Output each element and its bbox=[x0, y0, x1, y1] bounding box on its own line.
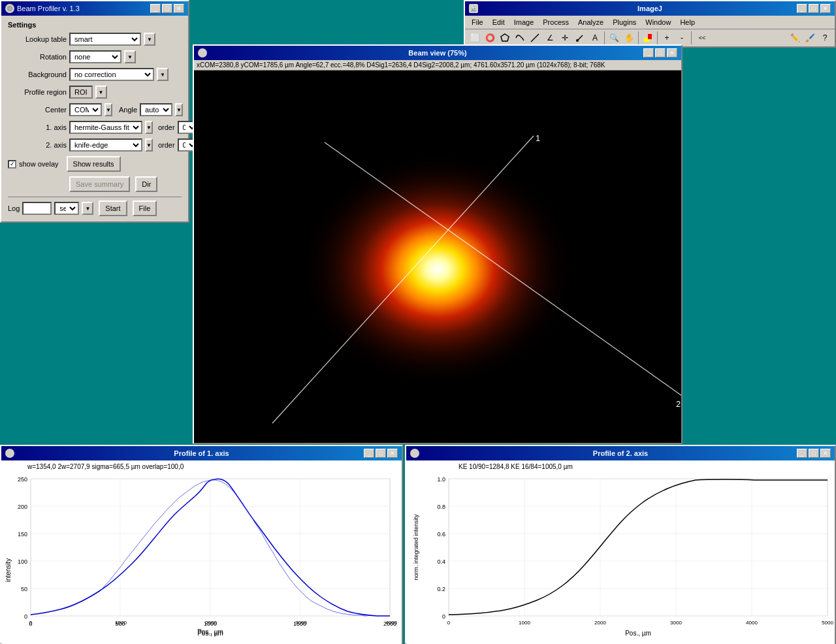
lookup-table-arrow[interactable]: ▼ bbox=[144, 33, 155, 46]
center-arrow[interactable]: ▼ bbox=[104, 103, 112, 116]
freehand-select-tool[interactable] bbox=[513, 31, 527, 45]
svg-text:0.8: 0.8 bbox=[437, 504, 445, 510]
profile1-minimize-btn[interactable]: _ bbox=[364, 449, 374, 458]
background-select[interactable]: no correction auto manual bbox=[69, 68, 154, 81]
svg-text:50: 50 bbox=[21, 586, 27, 592]
save-summary-button[interactable]: Save summary bbox=[69, 176, 130, 192]
lookup-table-select[interactable]: smart fire rainbow grays bbox=[69, 33, 141, 46]
toolbar-sep4 bbox=[691, 31, 692, 44]
profile2-close-btn[interactable]: ✕ bbox=[820, 449, 831, 458]
oval-select-tool[interactable]: ⭕ bbox=[483, 31, 497, 45]
axis1-select[interactable]: hermite-Gauss fit Gaussian fit knife-edg… bbox=[69, 121, 142, 134]
profile2-chart-area: KE 10/90=1284,8 KE 16/84=1005,0 µm norm.… bbox=[406, 460, 835, 644]
polygon-select-tool[interactable] bbox=[498, 31, 512, 45]
profile2-minimize-btn[interactable]: _ bbox=[797, 449, 807, 458]
imagej-title: ImageJ bbox=[637, 5, 662, 12]
edit-pencil-icon[interactable]: ✏️ bbox=[788, 31, 802, 45]
profile2-chart: norm. integrated intensity 0 0.2 0.4 0.6… bbox=[406, 472, 835, 644]
svg-text:Pos., µm: Pos., µm bbox=[625, 630, 651, 637]
rotation-label: Rotation bbox=[8, 53, 67, 61]
angle-tool[interactable]: ∠ bbox=[543, 31, 557, 45]
rotation-arrow[interactable]: ▼ bbox=[124, 50, 136, 63]
angle-select[interactable]: auto 0° 45° 90° bbox=[140, 103, 172, 116]
beam-maximize-btn[interactable]: □ bbox=[655, 48, 666, 57]
svg-text:5000: 5000 bbox=[822, 620, 833, 626]
menu-analyze[interactable]: Analyze bbox=[574, 17, 607, 27]
previous-image-btn[interactable]: << bbox=[694, 31, 711, 45]
center-select[interactable]: COM peak manual bbox=[69, 103, 102, 116]
toolbar-sep1 bbox=[604, 31, 605, 44]
background-label: Background bbox=[8, 71, 67, 78]
log-row: Log sec min ▼ Start File bbox=[8, 201, 182, 216]
axis2-select[interactable]: knife-edge Gaussian fit hermite-Gauss fi… bbox=[69, 138, 142, 152]
svg-text:0: 0 bbox=[24, 613, 27, 620]
show-overlay-checkbox[interactable]: ✓ bbox=[8, 160, 16, 169]
svg-text:0.2: 0.2 bbox=[437, 586, 445, 592]
imagej-close-btn[interactable]: ✕ bbox=[820, 4, 831, 13]
line-tool[interactable] bbox=[528, 31, 542, 45]
svg-text:2000: 2000 bbox=[594, 620, 606, 626]
profile1-controls: _ □ ✕ bbox=[364, 449, 398, 458]
question-icon[interactable]: ? bbox=[818, 31, 832, 45]
log-unit-select[interactable]: sec min bbox=[54, 202, 79, 215]
menu-help[interactable]: Help bbox=[676, 17, 699, 27]
menu-process[interactable]: Process bbox=[539, 17, 573, 27]
axis1-row: 1. axis hermite-Gauss fit Gaussian fit k… bbox=[8, 121, 182, 134]
color-picker-tool[interactable] bbox=[641, 31, 655, 45]
paintbrush-icon[interactable]: 🖌️ bbox=[803, 31, 817, 45]
settings-panel: Beam Profiler v. 1.3 _ □ ✕ Settings Look… bbox=[0, 0, 189, 223]
beam-close-btn[interactable]: ✕ bbox=[667, 48, 677, 57]
dir-button[interactable]: Dir bbox=[135, 176, 157, 192]
profile-region-row: Profile region ROI ▼ bbox=[8, 86, 182, 99]
svg-text:200: 200 bbox=[18, 504, 27, 510]
beam-title-controls: _ □ ✕ bbox=[643, 48, 677, 57]
imagej-minimize-btn[interactable]: _ bbox=[797, 4, 807, 13]
close-btn[interactable]: ✕ bbox=[174, 4, 184, 13]
profile-region-arrow[interactable]: ▼ bbox=[95, 86, 107, 99]
angle-arrow[interactable]: ▼ bbox=[175, 103, 183, 116]
imagej-maximize-btn[interactable]: □ bbox=[809, 4, 819, 13]
file-button[interactable]: File bbox=[133, 201, 157, 216]
rect-select-tool[interactable]: ⬜ bbox=[468, 31, 482, 45]
zoom-out-btn[interactable]: - bbox=[675, 31, 689, 45]
profile-region-label: Profile region bbox=[8, 88, 67, 96]
menu-file[interactable]: File bbox=[468, 17, 487, 27]
menu-edit[interactable]: Edit bbox=[489, 17, 509, 27]
center-angle-row: Center COM peak manual ▼ Angle auto 0° 4… bbox=[8, 103, 182, 116]
background-arrow[interactable]: ▼ bbox=[157, 68, 169, 81]
overlay-row: ✓ show ovelay Show results bbox=[8, 156, 182, 172]
profile1-restore-btn[interactable]: □ bbox=[376, 449, 386, 458]
axis1-label: 1. axis bbox=[8, 123, 67, 131]
text-tool[interactable]: A bbox=[588, 31, 602, 45]
imagej-app-icon: 🔬 bbox=[469, 4, 478, 13]
svg-point-6 bbox=[261, 113, 614, 413]
imagej-titlebar: 🔬 ImageJ _ □ ✕ bbox=[465, 1, 835, 16]
log-unit-arrow[interactable]: ▼ bbox=[82, 202, 93, 215]
beam-minimize-btn[interactable]: _ bbox=[643, 48, 654, 57]
wand-tool[interactable] bbox=[573, 31, 587, 45]
beam-titlebar: Beam view (75%) _ □ ✕ bbox=[194, 46, 681, 60]
minimize-btn[interactable]: _ bbox=[150, 4, 161, 13]
profile1-panel: Profile of 1. axis _ □ ✕ w=1354,0 2w=270… bbox=[0, 445, 403, 644]
zoom-in-btn[interactable]: + bbox=[660, 31, 674, 45]
log-input[interactable] bbox=[22, 202, 52, 215]
svg-text:4000: 4000 bbox=[746, 620, 758, 626]
show-overlay-checkbox-group: ✓ show ovelay bbox=[8, 160, 59, 169]
point-tool[interactable]: ✛ bbox=[558, 31, 572, 45]
show-results-button[interactable]: Show results bbox=[67, 156, 121, 172]
profile1-close-btn[interactable]: ✕ bbox=[387, 449, 398, 458]
axis2-arrow[interactable]: ▼ bbox=[145, 138, 153, 152]
profile2-restore-btn[interactable]: □ bbox=[809, 449, 819, 458]
svg-text:0: 0 bbox=[29, 620, 33, 626]
menu-image[interactable]: Image bbox=[510, 17, 538, 27]
rotation-row: Rotation none 90° 180° 270° ▼ bbox=[8, 50, 182, 63]
axis1-arrow[interactable]: ▼ bbox=[145, 121, 153, 134]
svg-text:0: 0 bbox=[447, 620, 451, 626]
maximize-btn[interactable]: □ bbox=[162, 4, 172, 13]
hand-tool[interactable]: ✋ bbox=[622, 31, 636, 45]
magnify-tool[interactable]: 🔍 bbox=[607, 31, 621, 45]
menu-plugins[interactable]: Plugins bbox=[609, 17, 640, 27]
start-button[interactable]: Start bbox=[99, 201, 127, 216]
menu-window[interactable]: Window bbox=[641, 17, 675, 27]
rotation-select[interactable]: none 90° 180° 270° bbox=[69, 50, 121, 63]
